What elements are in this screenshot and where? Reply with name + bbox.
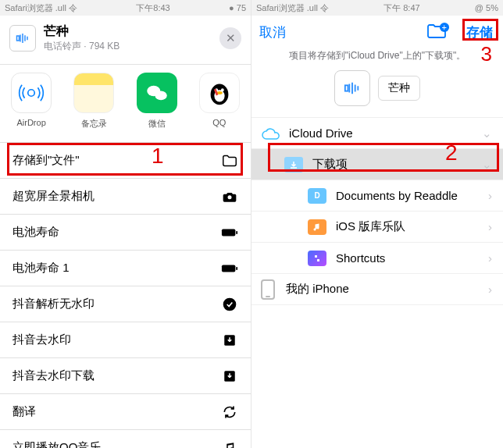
save-to-files-pane: Safari浏览器 .ull 令 下午 8:47 @ 5% 取消 + 存储 项目… <box>251 0 503 448</box>
status-bar-left: Safari浏览器 .ull 令 下午8:43 ● 75 <box>0 0 251 16</box>
file-title: 芒种 <box>44 23 120 40</box>
folder-shortcuts-icon <box>308 251 326 266</box>
svg-rect-0 <box>17 36 20 41</box>
status-battery: @ 5% <box>475 3 498 12</box>
save-button[interactable]: 存储 <box>464 23 495 42</box>
action-save-to-files[interactable]: 存储到"文件" <box>0 143 251 179</box>
action-list: 存储到"文件" 超宽屏全景相机 电池寿命 电池寿命 1 抖音解析无水印 <box>0 142 251 448</box>
share-apps-row: AirDrop 备忘录 微信 QQ <box>0 64 251 142</box>
refresh-icon <box>221 404 238 421</box>
nav-bar: 取消 + 存储 <box>251 16 503 46</box>
status-carrier: Safari浏览器 .ull 令 <box>256 2 329 14</box>
notes-icon <box>73 73 114 113</box>
folder-garageband-icon <box>308 219 326 235</box>
action-douyin-dl-label: 抖音去水印下载 <box>12 368 95 383</box>
action-douyin-nowm-label: 抖音解析无水印 <box>12 297 95 311</box>
qq-icon <box>199 73 240 113</box>
check-icon <box>221 296 238 313</box>
tree-garageband-label: iOS 版库乐队 <box>336 219 405 234</box>
action-battery-1[interactable]: 电池寿命 1 <box>0 251 251 286</box>
action-pano-label: 超宽屏全景相机 <box>12 189 95 204</box>
action-battery-label: 电池寿命 <box>12 225 59 240</box>
svg-point-1 <box>28 90 35 97</box>
chevron-down-icon: ⌄ <box>482 126 492 140</box>
qq-label: QQ <box>212 118 226 127</box>
airdrop-label: AirDrop <box>16 118 45 127</box>
share-app-wechat[interactable]: 微信 <box>130 73 184 130</box>
action-douyin-rm[interactable]: 抖音去水印 <box>0 322 251 358</box>
action-qqmusic-label: 立即播放QQ音乐 <box>12 440 101 448</box>
folder-icon <box>221 152 238 169</box>
cancel-button[interactable]: 取消 <box>259 23 286 41</box>
share-app-notes[interactable]: 备忘录 <box>67 73 120 130</box>
tree-my-iphone[interactable]: 我的 iPhone › <box>251 274 503 305</box>
tree-downloads-label: 下载项 <box>312 157 348 172</box>
action-douyin-dl[interactable]: 抖音去水印下载 <box>0 358 251 394</box>
svg-rect-15 <box>345 85 348 91</box>
preview-file-name[interactable]: 芒种 <box>378 76 420 101</box>
nav-right-group: + 存储 <box>426 22 495 43</box>
status-time: 下午8:43 <box>136 2 169 14</box>
action-qq-music[interactable]: 立即播放QQ音乐 <box>0 430 251 448</box>
folder-readdle-icon: D <box>308 188 326 204</box>
iphone-icon <box>261 279 275 300</box>
download-icon <box>221 368 238 385</box>
file-meta: 芒种 电话铃声 · 794 KB <box>44 23 120 53</box>
action-translate-label: 翻译 <box>12 404 36 419</box>
tree-shortcuts-label: Shortcuts <box>336 251 385 265</box>
tree-icloud-drive[interactable]: iCloud Drive ⌄ <box>251 118 503 149</box>
battery-icon <box>221 224 238 241</box>
cloud-icon <box>261 126 280 141</box>
camera-icon <box>221 188 238 205</box>
svg-point-14 <box>223 297 237 311</box>
share-app-qq[interactable]: QQ <box>193 73 246 130</box>
destination-note: 项目将存储到"iCloud Drive"上的"下载项"。 <box>251 46 503 70</box>
folder-downloads-icon <box>284 157 303 172</box>
action-douyin-nowm[interactable]: 抖音解析无水印 <box>0 286 251 322</box>
status-bar-right: Safari浏览器 .ull 令 下午 8:47 @ 5% <box>251 0 503 16</box>
status-time: 下午 8:47 <box>383 2 419 14</box>
status-carrier: Safari浏览器 .ull 令 <box>5 2 77 14</box>
wechat-icon <box>137 73 177 113</box>
action-pano-camera[interactable]: 超宽屏全景相机 <box>0 179 251 215</box>
svg-point-3 <box>155 91 166 100</box>
tree-garageband[interactable]: iOS 版库乐队 › <box>251 212 503 243</box>
tree-documents-readdle[interactable]: D Documents by Readdle › <box>251 180 503 212</box>
action-battery1-label: 电池寿命 1 <box>12 261 70 276</box>
preview-file-icon <box>334 70 370 106</box>
chevron-right-icon: › <box>488 189 492 202</box>
status-battery: ● 75 <box>229 3 246 12</box>
svg-rect-12 <box>222 265 235 272</box>
svg-rect-13 <box>236 267 237 270</box>
svg-point-7 <box>221 88 224 91</box>
wechat-label: 微信 <box>148 118 166 130</box>
file-subtitle: 电话铃声 · 794 KB <box>44 40 120 53</box>
action-douyin-rm-label: 抖音去水印 <box>12 332 71 347</box>
svg-rect-16 <box>315 255 317 258</box>
close-button[interactable]: ✕ <box>219 27 241 49</box>
battery-icon <box>221 260 238 277</box>
airdrop-icon <box>11 73 52 113</box>
tree-shortcuts[interactable]: Shortcuts › <box>251 243 503 274</box>
action-translate[interactable]: 翻译 <box>0 394 251 430</box>
location-tree: iCloud Drive ⌄ 下载项 ⌄ D Documents by Read… <box>251 117 503 305</box>
chevron-right-icon: › <box>488 220 492 233</box>
music-icon <box>221 439 238 449</box>
new-folder-button[interactable]: + <box>426 22 456 43</box>
chevron-right-icon: › <box>488 283 492 296</box>
tree-downloads[interactable]: 下载项 ⌄ <box>251 149 503 180</box>
close-icon: ✕ <box>226 31 236 45</box>
tree-iphone-label: 我的 iPhone <box>286 282 349 297</box>
chevron-right-icon: › <box>488 251 492 265</box>
action-battery[interactable]: 电池寿命 <box>0 215 251 251</box>
svg-point-9 <box>228 195 232 199</box>
svg-rect-11 <box>236 231 237 234</box>
tree-icloud-label: iCloud Drive <box>289 126 353 140</box>
tree-readdle-label: Documents by Readdle <box>336 189 458 202</box>
share-app-airdrop[interactable]: AirDrop <box>5 73 58 130</box>
notes-label: 备忘录 <box>81 118 107 130</box>
chevron-down-icon: ⌄ <box>482 158 492 172</box>
share-sheet-pane: Safari浏览器 .ull 令 下午8:43 ● 75 芒种 电话铃声 · 7… <box>0 0 251 448</box>
svg-rect-17 <box>317 259 319 261</box>
download-icon <box>221 332 238 349</box>
